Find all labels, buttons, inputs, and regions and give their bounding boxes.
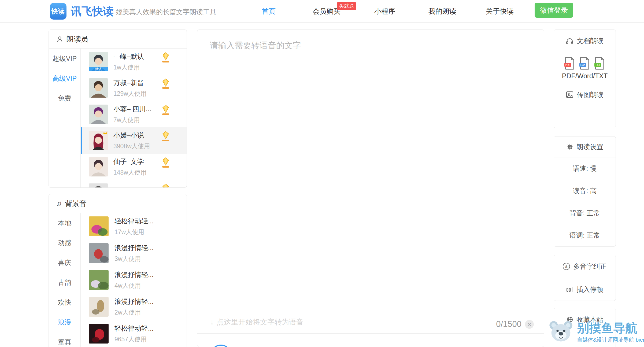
music-list: 轻松律动轻... 17w人使用 浪漫抒情轻... 3w人使用 [81,213,187,347]
vip-diamond-icon [160,105,172,116]
file-types-label: PDF/Word/TXT [554,72,616,80]
voice-list: 默认 一峰–默认 1w人使用 [81,49,187,187]
file-upload-row[interactable]: PDF Doc TXT PDF/Word/TXT [554,52,616,84]
music-name: 浪漫抒情轻... [114,297,154,306]
watermark-title: 别摸鱼导航 [577,320,637,336]
music-tab-festive[interactable]: 喜庆 [49,253,80,272]
voice-avatar [89,157,108,176]
music-thumbnail [89,243,109,263]
doc-read-row[interactable]: 文档朗读 [554,30,616,52]
play-button[interactable] [210,345,232,347]
gear-icon [566,143,573,150]
tts-text-input[interactable] [197,30,544,287]
vip-diamond-icon [160,78,172,90]
voice-tab-super-vip[interactable]: 超级VIP [49,49,80,68]
document-read-card: 文档朗读 PDF Doc [554,29,616,128]
biemoyu-watermark[interactable]: 别摸鱼导航 自媒体&设计师网址导航 biemoyu.com [547,316,644,347]
voice-tab-free[interactable]: 免费 [49,88,80,108]
setting-speed[interactable]: 语速: 慢 [554,157,616,180]
music-list-item[interactable]: 浪漫抒情轻... 2w人使用 [81,293,187,320]
voice-tab-premium-vip[interactable]: 高级VIP [49,68,80,88]
voice-list-item[interactable]: 万叔–新晋 129w人使用 [81,75,187,101]
music-name: 轻松律动轻... [114,217,154,226]
music-note-icon: ♫ [56,199,62,208]
voice-name: 一峰–默认 [113,52,144,61]
clear-text-button[interactable]: × [525,320,534,329]
app-title: 讯飞快读 [71,0,114,23]
music-list-item[interactable]: 轻松律动轻... 17w人使用 [81,213,187,240]
doc-read-label: 文档朗读 [577,36,604,45]
voice-avatar: 默认 [89,52,108,71]
person-icon [56,36,63,43]
insert-pause-label: 插入停顿 [576,285,603,294]
voice-name: 小媛–小说 [113,131,150,140]
music-panel-title: 背景音 [65,199,87,208]
music-tab-classical[interactable]: 古韵 [49,272,80,292]
music-tab-local[interactable]: 本地 [49,213,80,233]
setting-bgm-volume[interactable]: 背音: 正常 [554,202,616,224]
voice-list-item[interactable]: 仙子–文学 148w人使用 [81,154,187,180]
txt-file-icon: TXT [594,57,606,70]
insert-pause-row[interactable]: 插入停顿 [554,278,616,301]
voice-usage: 129w人使用 [113,90,147,98]
watermark-subtitle: 自媒体&设计师网址导航 biemoyu.com [577,336,644,344]
music-usage: 4w人使用 [114,282,154,290]
koala-mascot-icon [547,318,575,345]
voice-list-item[interactable]: 默认 一峰–默认 1w人使用 [81,49,187,75]
wechat-login-button[interactable]: 微信登录 [535,3,573,18]
nav-item-membership[interactable]: 会员购买 买就送 [313,0,340,23]
music-tab-dynamic[interactable]: 动感 [49,233,80,253]
voice-list-item-partial[interactable] [81,180,187,187]
music-tab-romantic[interactable]: 浪漫 [49,312,80,332]
vip-diamond-icon [160,183,172,187]
music-usage: 17w人使用 [114,228,154,236]
text-tools-card: ǎ 多音字纠正 插入停顿 [554,255,616,301]
setting-pitch[interactable]: 读音: 高 [554,180,616,202]
voice-avatar [89,183,108,187]
tts-editor-panel: ↓点这里开始将文字转为语音 0/1500 × 00:00/00:00 [197,29,544,347]
word-file-icon: Doc [579,57,591,70]
nav-item-about[interactable]: 关于快读 [486,0,514,23]
voice-usage: 3908w人使用 [113,142,150,150]
svg-text:Doc: Doc [580,64,585,67]
voice-panel: 朗读员 超级VIP 高级VIP 免费 默认 [49,29,187,188]
polyphone-label: 多音字纠正 [573,262,607,271]
voice-name: 小蓉– 四川... [113,105,151,113]
app-logo-text: 快读 [51,7,65,16]
char-counter: 0/1500 [496,319,521,329]
settings-header-row: 朗读设置 [554,136,616,157]
settings-title: 朗读设置 [577,142,604,151]
voice-panel-header: 朗读员 [49,30,187,49]
music-tab-childlike[interactable]: 童真 [49,332,80,347]
music-thumbnail [89,324,109,344]
voice-usage: 7w人使用 [113,116,151,124]
nav-item-my-readings[interactable]: 我的朗读 [428,0,456,23]
voice-usage: 148w人使用 [113,168,147,177]
voice-list-item-selected[interactable]: 小媛–小说 3908w人使用 [81,127,187,154]
voice-panel-title: 朗读员 [66,34,88,44]
music-usage: 3w人使用 [114,255,154,263]
vip-diamond-icon [160,52,172,63]
nav-item-home[interactable]: 首页 [255,0,282,23]
music-tab-cheerful[interactable]: 欢快 [49,292,80,312]
vip-diamond-icon [160,157,172,168]
svg-text:PDF: PDF [565,64,571,67]
music-list-item[interactable]: 浪漫抒情轻... 4w人使用 [81,267,187,293]
music-tabs: 本地 动感 喜庆 古韵 欢快 浪漫 童真 [49,213,81,347]
crown-icon [103,131,108,135]
music-list-item[interactable]: 浪漫抒情轻... 3w人使用 [81,240,187,267]
polyphone-correction-row[interactable]: ǎ 多音字纠正 [554,255,616,278]
default-voice-badge: 默认 [89,67,108,71]
setting-intonation[interactable]: 语调: 正常 [554,224,616,246]
voice-avatar [89,78,108,98]
voice-avatar [89,131,108,150]
image-icon [566,91,573,98]
nav-item-miniprogram[interactable]: 小程序 [374,0,395,23]
read-settings-card: 朗读设置 语速: 慢 读音: 高 背音: 正常 语调: 正常 [554,136,616,247]
music-list-item[interactable]: 轻松律动轻... 9657人使用 [81,320,187,347]
image-read-row[interactable]: 传图朗读 [554,84,616,105]
app-logo[interactable]: 快读 [50,3,66,20]
music-name: 浪漫抒情轻... [114,243,154,252]
voice-list-item[interactable]: 小蓉– 四川... 7w人使用 [81,101,187,127]
insert-pause-icon [566,286,573,293]
